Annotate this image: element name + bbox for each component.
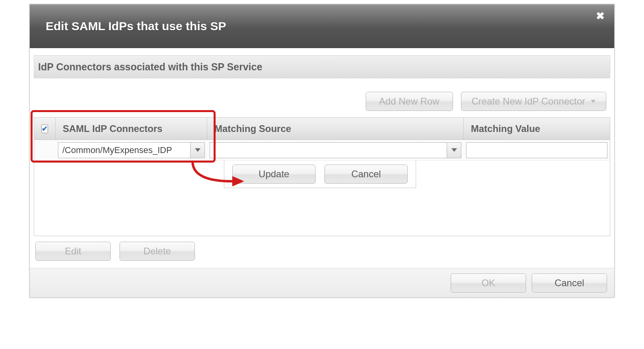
cell-matching-source (207, 140, 464, 160)
header-connectors: SAML IdP Connectors (56, 118, 207, 140)
cell-connector: /Common/MyExpenses_IDP (56, 140, 207, 160)
ok-button[interactable]: OK (451, 273, 526, 293)
connector-select-drop[interactable] (190, 143, 204, 158)
edit-button[interactable]: Edit (35, 242, 111, 261)
row-cancel-button[interactable]: Cancel (324, 165, 408, 184)
connector-select-value: /Common/MyExpenses_IDP (58, 143, 190, 158)
row-cancel-label: Cancel (351, 169, 381, 180)
list-action-row: Edit Delete (34, 236, 610, 268)
dialog-footer: OK Cancel (30, 268, 614, 297)
cell-matching-value (464, 140, 610, 160)
matching-source-select[interactable] (210, 142, 461, 158)
top-button-row: Add New Row Create New IdP Connector (34, 83, 610, 117)
ok-label: OK (482, 277, 496, 289)
panel: IdP Connectors associated with this SP S… (34, 55, 610, 78)
header-matching-value: Matching Value (464, 118, 610, 140)
edit-label: Edit (65, 246, 81, 257)
create-new-idp-connector-button[interactable]: Create New IdP Connector (461, 92, 606, 111)
header-matching-source: Matching Source (207, 118, 464, 140)
row-action-panel: Update Cancel (224, 161, 416, 188)
dropdown-caret-icon (591, 100, 596, 103)
panel-title: IdP Connectors associated with this SP S… (34, 55, 610, 78)
table-row: /Common/MyExpenses_IDP (34, 140, 610, 161)
matching-source-value (210, 143, 447, 158)
chevron-down-icon (451, 148, 457, 152)
row-checkbox-cell (34, 140, 56, 160)
dialog-cancel-label: Cancel (555, 277, 584, 289)
table-spacer (34, 188, 610, 236)
header-checkbox-cell: ✔ (34, 118, 56, 140)
matching-source-drop[interactable] (447, 143, 461, 158)
dialog-body: IdP Connectors associated with this SP S… (30, 48, 614, 268)
create-new-idp-label: Create New IdP Connector (472, 96, 585, 107)
select-all-checkbox[interactable]: ✔ (41, 124, 48, 133)
add-new-row-button[interactable]: Add New Row (366, 92, 453, 111)
update-label: Update (258, 169, 289, 180)
table-header-row: ✔ SAML IdP Connectors Matching Source Ma… (34, 118, 610, 140)
dialog-header: Edit SAML IdPs that use this SP ✖ (30, 4, 614, 48)
chevron-down-icon (195, 148, 201, 152)
close-icon[interactable]: ✖ (594, 10, 606, 22)
saml-idp-connector-select[interactable]: /Common/MyExpenses_IDP (58, 142, 205, 158)
dialog-title: Edit SAML IdPs that use this SP (46, 19, 226, 33)
delete-label: Delete (143, 246, 171, 257)
dialog-cancel-button[interactable]: Cancel (532, 273, 607, 293)
add-new-row-label: Add New Row (379, 96, 440, 107)
idp-connectors-table: ✔ SAML IdP Connectors Matching Source Ma… (34, 117, 610, 236)
matching-value-input[interactable] (466, 142, 607, 158)
delete-button[interactable]: Delete (120, 242, 195, 261)
update-button[interactable]: Update (232, 165, 316, 184)
dialog: Edit SAML IdPs that use this SP ✖ IdP Co… (29, 4, 615, 298)
